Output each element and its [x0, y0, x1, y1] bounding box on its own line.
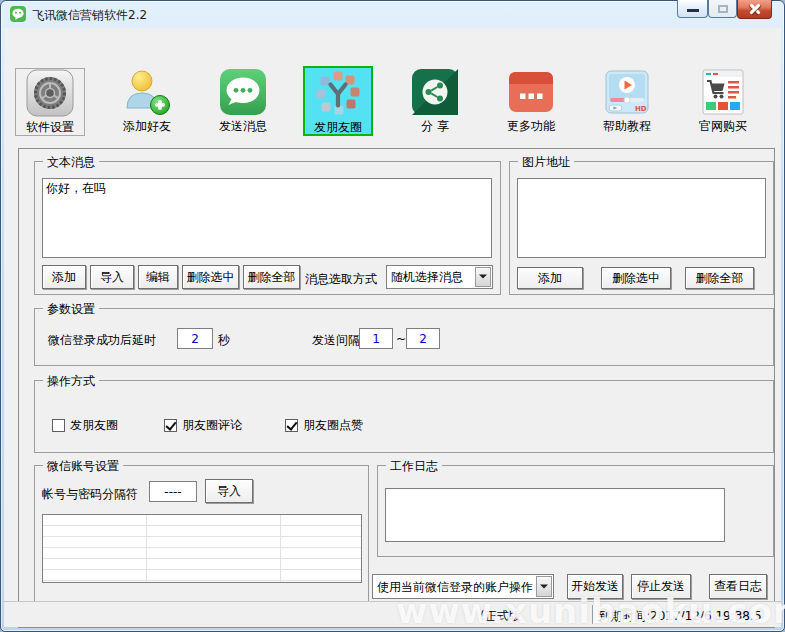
text-delete-all-button[interactable]: 删除全部 [243, 265, 300, 289]
separator-label: 帐号与密码分隔符 [42, 486, 138, 503]
chevron-down-icon [536, 576, 552, 597]
official-store-icon [699, 68, 747, 116]
work-log-area[interactable] [385, 488, 725, 542]
group-title: 工作日志 [386, 458, 442, 475]
toolbar-label: 添加好友 [112, 118, 182, 135]
text-add-button[interactable]: 添加 [42, 265, 86, 289]
group-operation-mode: 操作方式 [34, 380, 774, 453]
maximize-button[interactable] [708, 0, 737, 18]
share-icon [411, 68, 459, 116]
maximize-icon [718, 5, 728, 13]
status-expiry-text: 到期时间:2017/12/6 19:38:5 [598, 608, 762, 625]
interval-tilde-label: ~ [396, 332, 406, 346]
more-features-icon [507, 68, 555, 116]
group-title: 文本消息 [43, 154, 99, 171]
status-license-text: (正式版 [480, 608, 521, 625]
toolbar-button-share[interactable]: 分 享 [400, 68, 470, 136]
toolbar-label: 更多功能 [496, 118, 566, 135]
app-window: 飞讯微信营销软件2.2 软件设置 [0, 0, 785, 632]
client-area: 软件设置 添加好友 发送消息 [4, 28, 781, 627]
select-mode-label: 消息选取方式 [305, 271, 377, 288]
toolbar-button-send-message[interactable]: 发送消息 [208, 68, 278, 136]
checkbox-label: 朋友圈评论 [182, 417, 242, 434]
toolbar-label: 帮助教程 [592, 118, 662, 135]
dropdown-value: 随机选择消息 [391, 269, 463, 286]
checkbox-icon [164, 419, 177, 432]
stop-send-button[interactable]: 停止发送 [631, 574, 691, 599]
separator-input[interactable] [149, 481, 197, 502]
moments-icon [314, 69, 362, 117]
chevron-down-icon [475, 267, 491, 287]
add-friend-icon [123, 68, 171, 116]
title-bar: 飞讯微信营销软件2.2 [0, 0, 785, 28]
group-title: 图片地址 [518, 154, 574, 171]
checkbox-moments-comment[interactable]: 朋友圈评论 [164, 417, 242, 434]
delay-input[interactable] [177, 328, 213, 349]
group-title: 微信账号设置 [43, 458, 123, 475]
toolbar-button-moments[interactable]: 发朋友圈 [303, 66, 373, 136]
toolbar-label: 发朋友圈 [305, 119, 371, 136]
account-table[interactable] [42, 514, 362, 583]
delay-unit-label: 秒 [218, 332, 230, 349]
toolbar-button-help-tutorial[interactable]: HD 帮助教程 [592, 68, 662, 136]
image-delete-selected-button[interactable]: 删除选中 [601, 267, 671, 289]
start-send-button[interactable]: 开始发送 [567, 574, 623, 599]
group-title: 操作方式 [43, 373, 99, 390]
text-delete-selected-button[interactable]: 删除选中 [182, 265, 239, 289]
help-tutorial-icon: HD [603, 68, 651, 116]
toolbar-label: 软件设置 [16, 119, 84, 136]
toolbar-label: 官网购买 [688, 118, 758, 135]
account-import-button[interactable]: 导入 [205, 479, 253, 503]
checkbox-icon [285, 419, 298, 432]
svg-text:HD: HD [635, 105, 647, 113]
text-message-list[interactable]: 你好，在吗 [42, 178, 492, 258]
text-message-item[interactable]: 你好，在吗 [43, 179, 491, 198]
interval-max-input[interactable] [406, 328, 440, 349]
image-address-list[interactable] [517, 178, 766, 258]
close-button[interactable] [737, 0, 772, 19]
message-select-mode-dropdown[interactable]: 随机选择消息 [386, 265, 493, 289]
group-title: 参数设置 [43, 301, 99, 318]
account-mode-dropdown[interactable]: 使用当前微信登录的账户操作 [372, 574, 554, 599]
delay-label: 微信登录成功后延时 [48, 332, 156, 349]
checkbox-icon [52, 419, 65, 432]
send-message-icon [219, 68, 267, 116]
minimize-icon [687, 9, 699, 12]
checkbox-post-moments[interactable]: 发朋友圈 [52, 417, 118, 434]
minimize-button[interactable] [677, 0, 708, 18]
toolbar-button-settings[interactable]: 软件设置 [15, 68, 85, 136]
toolbar-button-official-store[interactable]: 官网购买 [688, 68, 758, 136]
settings-icon [26, 69, 74, 117]
toolbar-button-more-features[interactable]: 更多功能 [496, 68, 566, 136]
text-edit-button[interactable]: 编辑 [138, 265, 178, 289]
status-bar: (正式版 到期时间:2017/12/6 19:38:5 [4, 601, 781, 627]
dropdown-value: 使用当前微信登录的账户操作 [377, 578, 533, 595]
toolbar-label: 发送消息 [208, 118, 278, 135]
checkbox-label: 发朋友圈 [70, 417, 118, 434]
window-title: 飞讯微信营销软件2.2 [32, 7, 147, 24]
checkbox-moments-like[interactable]: 朋友圈点赞 [285, 417, 363, 434]
image-delete-all-button[interactable]: 删除全部 [685, 267, 754, 289]
image-add-button[interactable]: 添加 [517, 267, 583, 289]
app-logo-icon [10, 6, 26, 22]
toolbar-button-add-friend[interactable]: 添加好友 [112, 68, 182, 136]
view-log-button[interactable]: 查看日志 [709, 574, 767, 599]
toolbar-label: 分 享 [400, 118, 470, 135]
checkbox-label: 朋友圈点赞 [303, 417, 363, 434]
status-divider [592, 605, 594, 624]
text-import-button[interactable]: 导入 [90, 265, 134, 289]
interval-min-input[interactable] [359, 328, 393, 349]
